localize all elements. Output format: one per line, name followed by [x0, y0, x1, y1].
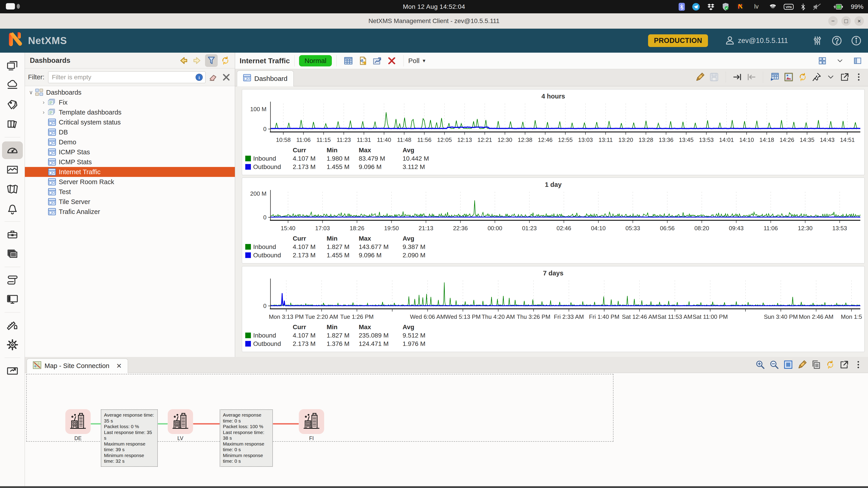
bluetooth-icon[interactable] [800, 3, 806, 11]
about-icon[interactable] [850, 35, 862, 46]
preferences-icon[interactable] [811, 35, 823, 46]
nav-graphs-icon[interactable] [2, 161, 23, 178]
views-grid-icon[interactable] [817, 55, 828, 66]
tree-item-fix[interactable]: ›Fix [25, 97, 235, 107]
export-icon[interactable] [358, 55, 368, 66]
minimize-button[interactable]: − [828, 16, 838, 26]
open-external-icon[interactable] [839, 359, 850, 370]
delete-icon[interactable] [386, 55, 397, 66]
help-icon[interactable] [831, 35, 843, 46]
nav-tools-icon[interactable] [2, 317, 23, 334]
back-icon[interactable] [177, 54, 190, 67]
screenshot-icon[interactable] [783, 72, 794, 83]
zoom-in-icon[interactable] [755, 359, 766, 370]
tree-item-demo[interactable]: Demo [25, 137, 235, 147]
tree-item-tile-server[interactable]: Tile Server [25, 197, 235, 207]
user-menu[interactable]: zev@10.5.5.111 [725, 35, 788, 46]
map-canvas[interactable]: DELVFIAverage response time: 35 sPacket … [25, 373, 868, 486]
filter-funnel-icon[interactable] [205, 54, 218, 67]
chevron-down-icon[interactable] [825, 72, 836, 83]
tree-item-icmp-stats[interactable]: ICMP Stats [25, 157, 235, 167]
chevron-collapsed-icon[interactable]: › [40, 99, 48, 105]
tree-item-trafic-analizer[interactable]: Trafic Analizer [25, 207, 235, 217]
x-axis-label: 22:36 [453, 225, 468, 232]
map-link-segment[interactable] [273, 423, 299, 424]
maximize-button[interactable]: □ [841, 16, 851, 26]
tree-item-db[interactable]: DB [25, 127, 235, 137]
kebab-icon[interactable] [853, 72, 864, 83]
nav-objects-icon[interactable] [2, 245, 23, 263]
filter-input[interactable] [48, 71, 206, 83]
chevron-down-icon: ▼ [422, 58, 426, 64]
stats-header: Curr [293, 323, 327, 331]
layout-icon[interactable] [852, 55, 863, 66]
tree-item-icmp-stas[interactable]: ICMP Stas [25, 147, 235, 157]
nav-settings-icon[interactable] [2, 336, 23, 354]
shield-check-icon[interactable] [722, 2, 730, 11]
erase-filter-icon[interactable] [208, 72, 219, 83]
nav-business-icon[interactable] [2, 226, 23, 243]
map-node-de[interactable]: DE [65, 409, 91, 442]
refresh-icon[interactable] [797, 72, 808, 83]
copy-icon[interactable] [811, 359, 822, 370]
nav-terminal-icon[interactable] [2, 291, 23, 308]
nav-devices-icon[interactable] [2, 57, 23, 75]
tree-item-template-dashboards[interactable]: ›Template dashboards [25, 107, 235, 117]
wifi-icon[interactable] [769, 3, 777, 10]
battery-icon[interactable] [831, 3, 843, 11]
x-axis-label: Mon 2:46 AM [799, 313, 833, 320]
tree-item-dashboards[interactable]: ∨Dashboards [25, 88, 235, 97]
fit-window-icon[interactable] [783, 359, 794, 370]
chevron-expanded-icon[interactable]: ∨ [27, 89, 35, 96]
detach-table-icon[interactable] [769, 72, 780, 83]
x-axis-label: 12:38 [518, 136, 532, 143]
nav-license-icon[interactable] [2, 362, 23, 380]
close-button[interactable]: × [855, 16, 864, 26]
chevron-down-icon[interactable] [835, 55, 845, 66]
map-node-lv[interactable]: LV [168, 409, 193, 442]
nav-maps-icon[interactable] [2, 180, 23, 198]
nav-tags-icon[interactable] [2, 96, 23, 113]
tab-map-site-connection[interactable]: Map - Site Connection ✕ [27, 359, 128, 373]
audio-muted-icon[interactable] [813, 3, 821, 11]
map-link-segment[interactable] [158, 423, 168, 424]
edit-icon[interactable] [694, 72, 706, 83]
edit-icon[interactable] [797, 359, 808, 370]
netxms-logo-icon [5, 31, 24, 51]
vpn-icon[interactable]: VPN [784, 3, 794, 10]
close-tab-icon[interactable]: ✕ [116, 362, 122, 370]
zoom-out-icon[interactable] [769, 359, 780, 370]
jump-right-icon[interactable] [732, 72, 743, 83]
forward-icon[interactable] [191, 54, 204, 67]
clear-filter-icon[interactable] [221, 72, 232, 83]
chevron-collapsed-icon[interactable]: › [40, 109, 48, 116]
nav-logs-icon[interactable] [2, 116, 23, 133]
tree-item-server-room-rack[interactable]: Server Room Rack [25, 177, 235, 187]
nav-network-icon[interactable] [2, 76, 23, 94]
refresh-icon[interactable] [219, 54, 232, 67]
bluetooth-app-icon[interactable] [678, 2, 685, 11]
tree-item-internet-traffic[interactable]: Internet Traffic [25, 167, 235, 177]
open-external-icon[interactable] [839, 72, 850, 83]
stat-avg: 3.112 M [403, 163, 441, 171]
refresh-icon[interactable] [825, 359, 836, 370]
chart-title: 1 day [242, 181, 864, 188]
telegram-icon[interactable] [692, 3, 700, 11]
map-node-fi[interactable]: FI [299, 409, 324, 442]
table-icon[interactable] [343, 55, 354, 66]
nav-dashboards-icon[interactable] [2, 141, 23, 159]
tab-dashboard[interactable]: Dashboard [237, 70, 293, 86]
tree-item-test[interactable]: Test [25, 187, 235, 197]
dropbox-icon[interactable] [707, 3, 715, 11]
nav-scripts-icon[interactable] [2, 271, 23, 289]
kebab-icon[interactable] [853, 359, 864, 370]
tree-item-critical-system-status[interactable]: Critical system status [25, 117, 235, 127]
nav-alarms-icon[interactable] [2, 200, 23, 217]
map-link-segment[interactable] [91, 423, 101, 424]
pin-icon[interactable] [811, 72, 822, 83]
map-link-segment[interactable] [193, 423, 220, 424]
chart-export-icon[interactable] [372, 55, 383, 66]
keyboard-layout-indicator[interactable]: lv [754, 3, 758, 10]
netxms-tray-icon[interactable] [736, 3, 744, 11]
poll-dropdown[interactable]: Poll ▼ [408, 57, 426, 65]
